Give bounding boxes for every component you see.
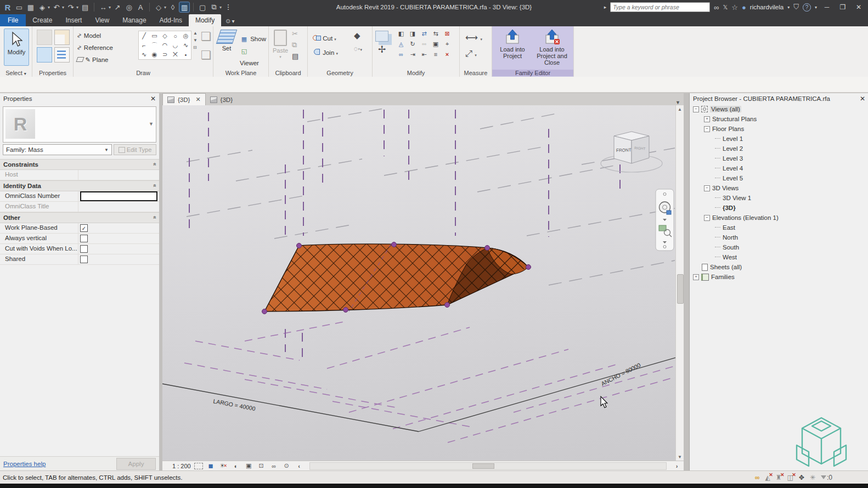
properties-close-icon[interactable]: ✕ xyxy=(150,95,156,103)
browser-item-level-5[interactable]: Level 5 xyxy=(690,173,868,183)
favorites-star-icon[interactable]: ☆ xyxy=(731,3,738,12)
ellipse-tool[interactable]: ∿ xyxy=(139,50,149,59)
tab-file[interactable]: File xyxy=(0,14,26,26)
browser-item-families[interactable]: Families xyxy=(690,272,868,282)
property-row-work-plane-based[interactable]: Work Plane-Based ✓ xyxy=(0,223,159,234)
property-row-omniclass-number[interactable]: OmniClass Number xyxy=(0,191,159,202)
save-button[interactable]: ▦ xyxy=(26,2,36,12)
browser-item-3d-views[interactable]: 3D Views xyxy=(690,183,868,193)
view-tab-list-dropdown[interactable]: ▼ xyxy=(675,100,680,105)
other-section[interactable]: Other» xyxy=(0,212,159,223)
browser-item-3d-view-1[interactable]: 3D View 1 xyxy=(690,193,868,203)
browser-item-3d-default[interactable]: {3D} xyxy=(690,203,868,213)
family-combo[interactable]: Family: Mass ▼ xyxy=(3,144,112,155)
sun-path-icon[interactable]: ☀✕ xyxy=(219,462,228,470)
expand-icon[interactable] xyxy=(693,274,699,280)
collapse-icon[interactable] xyxy=(693,106,699,112)
circumscribed-polygon-tool[interactable]: ○ xyxy=(170,31,181,41)
tangent-arc-tool[interactable]: ◠ xyxy=(160,41,170,50)
visual-style-icon[interactable]: ◼ xyxy=(206,462,216,470)
minimize-button[interactable]: ─ xyxy=(821,3,833,11)
show-crop-region-icon[interactable]: ⊡ xyxy=(257,462,266,470)
switch-windows-button[interactable]: ⧉ xyxy=(209,2,219,12)
property-row-always-vertical[interactable]: Always vertical xyxy=(0,234,159,244)
spline-tool[interactable]: ∿ xyxy=(181,41,191,50)
rotate-button[interactable]: ↻ xyxy=(408,40,417,48)
scroll-down-arrow[interactable]: ▼ xyxy=(676,453,684,461)
press-drag-icon[interactable]: ✥ xyxy=(799,474,804,481)
selection-filter-button[interactable]: :0 xyxy=(821,474,832,481)
tab-view[interactable]: View xyxy=(88,14,116,26)
cut-geometry-button[interactable]: Cut ▾ xyxy=(312,32,338,46)
text-button[interactable]: A xyxy=(136,2,145,12)
pin-button[interactable]: ⌖ xyxy=(443,40,452,48)
view-scale-button[interactable]: 1 : 200 xyxy=(172,463,191,469)
browser-item-level-1[interactable]: Level 1 xyxy=(690,134,868,144)
browser-item-elevations[interactable]: Elevations (Elevation 1) xyxy=(690,213,868,223)
browser-item-views[interactable]: Views (all) xyxy=(690,104,868,114)
tab-insert[interactable]: Insert xyxy=(59,14,88,26)
help-icon[interactable]: ? xyxy=(803,3,811,12)
canvas-horizontal-scrollbar[interactable] xyxy=(309,462,667,470)
family-types-button[interactable] xyxy=(54,30,70,45)
redo-button[interactable]: ↷ xyxy=(66,2,76,12)
navigation-bar[interactable] xyxy=(656,189,674,251)
username[interactable]: richardvilela xyxy=(750,4,784,10)
pick-faces-tool[interactable]: ⨉ xyxy=(170,50,181,59)
draw-scroll-up[interactable]: ▲ xyxy=(193,31,198,36)
browser-item-floor-plans[interactable]: Floor Plans xyxy=(690,124,868,134)
worksets-icon[interactable]: ∞ xyxy=(755,474,760,481)
browser-item-south[interactable]: South xyxy=(690,242,868,252)
pick-lines-tool[interactable]: ⊃ xyxy=(160,50,170,59)
rectangle-tool[interactable]: ▭ xyxy=(149,31,160,41)
thin-lines-button[interactable]: ▥ xyxy=(179,2,189,12)
reference-line-button[interactable]: ∿ Reference xyxy=(77,42,113,54)
exclude-options-icon[interactable]: ◫✕ xyxy=(787,474,793,481)
load-into-project-button[interactable]: Load into Project xyxy=(494,29,531,59)
move-button[interactable]: ⇄ xyxy=(420,30,429,37)
property-row-omniclass-title[interactable]: OmniClass Title xyxy=(0,202,159,212)
work-plane-viewer-button[interactable]: ◱ Viewer xyxy=(240,45,268,69)
join-geometry-button[interactable]: Join ▾ xyxy=(312,46,338,60)
ribbon-display-toggle[interactable]: ⊙ ▾ xyxy=(226,18,234,26)
close-button[interactable]: ✕ xyxy=(853,3,865,11)
browser-item-north[interactable]: North xyxy=(690,232,868,242)
detail-level-icon[interactable] xyxy=(194,463,203,469)
omniclass-number-input[interactable] xyxy=(80,191,157,201)
horizontal-scroll-thumb[interactable] xyxy=(472,463,494,469)
default-3d-view-button[interactable]: ◇ xyxy=(154,2,164,12)
shadows-icon[interactable]: ◐ xyxy=(232,462,241,470)
point-element-tool[interactable]: • xyxy=(181,50,191,59)
set-work-plane-button[interactable]: Set xyxy=(217,30,236,52)
show-work-plane-button[interactable]: ▦ Show xyxy=(240,33,268,45)
user-icon[interactable]: ● xyxy=(742,3,746,12)
match-type-icon[interactable]: ▤ xyxy=(292,52,298,60)
start-end-radius-arc-tool[interactable]: ⌐ xyxy=(139,41,149,50)
aligned-dimension-button[interactable]: ↗ xyxy=(112,2,122,12)
property-row-shared[interactable]: Shared xyxy=(0,254,159,265)
browser-item-sheets[interactable]: Sheets (all) xyxy=(690,262,868,272)
type-selector-preview[interactable]: R ▼ xyxy=(3,106,156,143)
browser-item-level-3[interactable]: Level 3 xyxy=(690,154,868,163)
tag-button[interactable]: ◎ xyxy=(124,2,134,12)
dimension-button[interactable]: ⤢ ▾ xyxy=(465,47,482,63)
help-search-input[interactable] xyxy=(610,2,710,12)
property-row-cut-with-voids[interactable]: Cut with Voids When Lo... xyxy=(0,244,159,254)
properties-palette-button[interactable] xyxy=(37,47,52,63)
browser-item-level-4[interactable]: Level 4 xyxy=(690,163,868,173)
browser-item-west[interactable]: West xyxy=(690,252,868,262)
browser-item-east[interactable]: East xyxy=(690,223,868,232)
fillet-arc-tool[interactable]: ◡ xyxy=(170,41,181,50)
collapse-icon[interactable]: » xyxy=(152,185,158,187)
revit-logo-icon[interactable]: R xyxy=(3,2,13,12)
tab-create[interactable]: Create xyxy=(26,14,59,26)
view-tab-3d-active[interactable]: {3D} ✕ xyxy=(162,93,206,105)
close-inactive-windows-button[interactable]: ▢ xyxy=(198,2,207,12)
search-icon[interactable]: ∞ xyxy=(714,3,719,12)
redo-dropdown[interactable]: ▾ xyxy=(76,5,78,10)
center-ends-arc-tool[interactable]: ⌒ xyxy=(149,41,160,50)
array-button[interactable]: ∞ xyxy=(397,50,405,58)
canvas-vertical-scrollbar[interactable]: ▲ ▼ xyxy=(675,105,684,461)
collapse-icon[interactable]: » xyxy=(152,217,158,219)
unpin-button[interactable]: ⊠ xyxy=(443,30,452,37)
